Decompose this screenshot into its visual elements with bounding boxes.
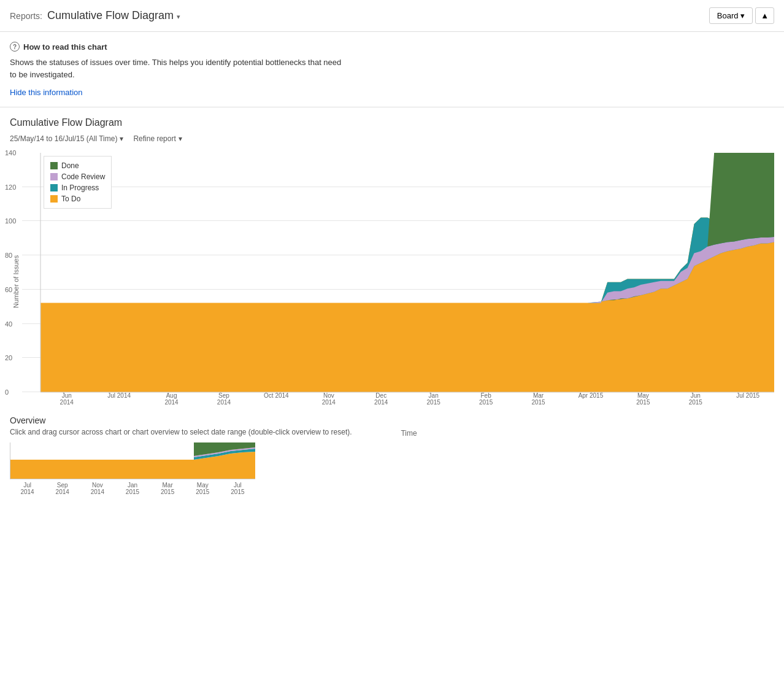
- chart-svg: [40, 153, 774, 392]
- info-description: Shows the statuses of issues over time. …: [10, 56, 347, 80]
- x-label-jan2015: Jan2015: [407, 392, 459, 406]
- legend-done-color: [50, 162, 58, 169]
- x-axis-labels: Jun2014 Jul 2014 Aug2014 Sep2014 Oct 201…: [40, 392, 774, 411]
- chart-legend: Done Code Review In Progress To Do: [44, 156, 112, 209]
- x-label-feb2015: Feb2015: [459, 392, 512, 406]
- legend-codereview: Code Review: [50, 172, 105, 181]
- overview-x-jul2015: Jul2015: [220, 482, 255, 495]
- legend-todo: To Do: [50, 195, 105, 203]
- chart-plot-area: 0 20 40 60 80: [40, 153, 774, 411]
- chart-section: Cumulative Flow Diagram 25/May/14 to 16/…: [0, 117, 784, 411]
- x-label-jun2015: Jun2015: [669, 392, 721, 406]
- todo-area: [40, 216, 774, 392]
- x-axis-title: Time: [44, 429, 774, 438]
- x-label-jun2014: Jun2014: [40, 392, 93, 406]
- legend-todo-color: [50, 195, 58, 203]
- x-label-jul2014: Jul 2014: [93, 392, 145, 399]
- hide-information-link[interactable]: Hide this information: [10, 88, 83, 97]
- title-dropdown-arrow[interactable]: ▾: [177, 13, 180, 20]
- overview-x-mar2015: Mar2015: [150, 482, 185, 495]
- x-label-dec2014: Dec2014: [355, 392, 407, 406]
- chart-plot: 0 20 40 60 80: [40, 153, 774, 392]
- legend-inprogress: In Progress: [50, 184, 105, 192]
- x-label-sep2014: Sep2014: [198, 392, 250, 406]
- info-title: ? How to read this chart: [10, 42, 774, 52]
- header-left: Reports: Cumulative Flow Diagram ▾: [10, 9, 180, 22]
- legend-inprogress-label: In Progress: [61, 184, 99, 192]
- refine-report-button[interactable]: Refine report ▾: [133, 134, 182, 143]
- x-label-nov2014: Nov2014: [302, 392, 355, 406]
- legend-done-label: Done: [61, 161, 79, 170]
- y-axis-label: Number of Issues: [10, 153, 22, 411]
- svg-rect-6: [10, 479, 255, 479]
- y-label-140: 140: [5, 149, 16, 156]
- y-label-40: 40: [5, 320, 12, 328]
- x-label-aug2014: Aug2014: [145, 392, 198, 406]
- overview-x-labels: Jul2014 Sep2014 Nov2014 Jan2015 Mar2015 …: [10, 482, 255, 495]
- y-label-100: 100: [5, 217, 16, 225]
- date-range-button[interactable]: 25/May/14 to 16/Jul/15 (All Time) ▾: [10, 134, 123, 143]
- legend-done: Done: [50, 161, 105, 170]
- board-button[interactable]: Board ▾: [709, 7, 753, 24]
- overview-title: Overview: [10, 415, 774, 425]
- info-title-text: How to read this chart: [23, 42, 107, 52]
- chart-title: Cumulative Flow Diagram: [10, 117, 774, 128]
- x-label-mar2015: Mar2015: [512, 392, 564, 406]
- legend-codereview-label: Code Review: [61, 172, 105, 181]
- overview-svg: [10, 442, 255, 479]
- overview-chart[interactable]: [10, 442, 255, 479]
- report-title: Cumulative Flow Diagram ▾: [47, 9, 180, 22]
- header-right: Board ▾ ▲: [709, 7, 774, 24]
- y-label-0: 0: [5, 388, 9, 396]
- chart-area: Number of Issues 0 20 40: [10, 153, 774, 411]
- chart-controls: 25/May/14 to 16/Jul/15 (All Time) ▾ Refi…: [10, 134, 774, 143]
- legend-todo-label: To Do: [61, 195, 80, 203]
- legend-inprogress-color: [50, 184, 58, 191]
- svg-rect-7: [10, 442, 10, 479]
- y-label-80: 80: [5, 252, 12, 259]
- reports-label: Reports:: [10, 11, 42, 21]
- section-divider: [0, 107, 784, 107]
- overview-x-may2015: May2015: [185, 482, 220, 495]
- legend-codereview-color: [50, 173, 58, 180]
- y-label-60: 60: [5, 286, 12, 293]
- info-section: ? How to read this chart Shows the statu…: [0, 32, 784, 97]
- y-label-20: 20: [5, 354, 12, 361]
- info-icon: ?: [10, 42, 20, 52]
- x-label-oct2014: Oct 2014: [250, 392, 302, 399]
- x-label-apr2015: Apr 2015: [564, 392, 617, 399]
- chart-container: Number of Issues 0 20 40: [10, 153, 774, 411]
- collapse-button[interactable]: ▲: [755, 7, 774, 24]
- x-label-jul2015: Jul 2015: [721, 392, 774, 399]
- y-label-120: 120: [5, 184, 16, 191]
- page-header: Reports: Cumulative Flow Diagram ▾ Board…: [0, 0, 784, 32]
- x-label-may2015: May2015: [617, 392, 669, 406]
- overview-x-jan2015: Jan2015: [115, 482, 150, 495]
- overview-x-jul2014: Jul2014: [10, 482, 45, 495]
- overview-x-sep2014: Sep2014: [45, 482, 80, 495]
- overview-x-nov2014: Nov2014: [80, 482, 115, 495]
